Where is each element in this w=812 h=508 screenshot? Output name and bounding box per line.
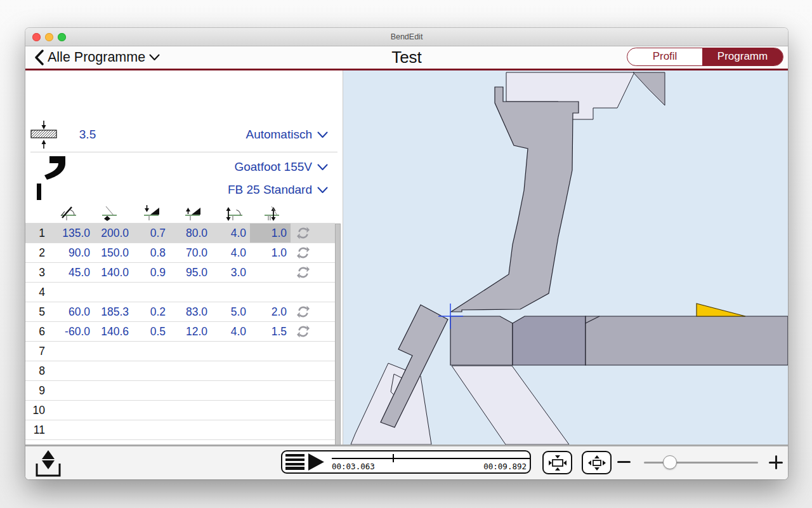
repeat-cell[interactable] [291,224,316,243]
table-cell[interactable] [250,263,291,282]
table-cell[interactable]: 0.5 [133,322,169,341]
table-row[interactable]: 290.0150.00.870.04.01.0 [25,243,335,262]
table-cell[interactable] [211,361,250,380]
zoom-out-icon[interactable] [617,461,631,463]
table-cell[interactable] [133,283,169,302]
lower-tool-dropdown[interactable]: FB 25 Standard [228,179,328,201]
table-cell[interactable]: 0.9 [133,263,169,282]
thickness-value[interactable]: 3.5 [69,124,107,145]
table-cell[interactable] [211,420,250,439]
upper-tool-dropdown[interactable]: Goatfoot 155V [234,156,328,178]
table-cell[interactable] [48,381,94,400]
repeat-cell[interactable] [291,322,316,341]
table-cell[interactable] [133,401,169,420]
table-cell[interactable]: 45.0 [48,263,94,282]
table-cell[interactable] [133,342,169,361]
table-cell[interactable] [250,420,291,439]
timeline-track[interactable] [332,458,530,459]
table-cell[interactable] [211,381,250,400]
table-cell[interactable] [48,361,94,380]
zoom-in-icon[interactable] [768,455,783,470]
table-cell[interactable] [169,401,211,420]
table-cell[interactable]: 0.8 [133,243,169,262]
table-cell[interactable]: 60.0 [48,302,94,321]
repeat-cell[interactable] [291,302,316,321]
table-cell[interactable]: 70.0 [169,243,211,262]
table-cell[interactable] [48,420,94,439]
bend-preview-canvas[interactable] [343,70,788,444]
scrollbar-thumb[interactable] [335,224,341,469]
table-cell[interactable] [250,401,291,420]
table-cell[interactable] [250,283,291,302]
fit-view-button[interactable] [542,451,572,474]
tab-programm[interactable]: Programm [702,48,783,65]
table-cell[interactable] [211,283,250,302]
table-row[interactable]: 11 [25,420,335,439]
table-cell[interactable] [48,342,94,361]
table-cell[interactable] [169,381,211,400]
thickness-mode-dropdown[interactable]: Automatisch [246,124,328,145]
table-cell[interactable]: 2.0 [250,302,291,321]
table-cell[interactable]: 4.0 [211,322,250,341]
table-cell[interactable]: 90.0 [48,243,94,262]
zoom-slider-track[interactable] [644,462,758,464]
table-cell[interactable]: 140.0 [94,263,133,282]
table-row[interactable]: 10 [25,400,335,420]
table-cell[interactable] [211,342,250,361]
table-row[interactable]: 9 [25,380,335,400]
table-cell[interactable] [94,342,133,361]
table-cell[interactable] [250,342,291,361]
table-cell[interactable] [94,283,133,302]
table-cell[interactable] [133,361,169,380]
press-stroke-icon[interactable] [33,450,61,479]
table-cell[interactable] [94,401,133,420]
table-row[interactable]: 7 [25,341,335,361]
table-row[interactable]: 345.0140.00.995.03.0 [25,262,335,282]
table-cell[interactable] [94,381,133,400]
table-cell[interactable]: 150.0 [94,243,133,262]
table-cell[interactable] [48,401,94,420]
table-cell[interactable]: 4.0 [211,224,250,243]
table-cell[interactable]: 135.0 [48,224,94,243]
timeline-marker[interactable] [393,454,394,462]
table-cell[interactable]: 1.5 [250,322,291,341]
table-cell[interactable]: 12.0 [169,322,211,341]
table-cell[interactable] [169,361,211,380]
table-cell[interactable]: 80.0 [169,224,211,243]
table-cell[interactable] [169,342,211,361]
table-cell[interactable]: 185.3 [94,302,133,321]
zoom-slider-thumb[interactable] [663,455,677,469]
table-cell[interactable] [250,361,291,380]
table-cell[interactable] [48,283,94,302]
table-cell[interactable] [133,420,169,439]
pan-view-button[interactable] [582,451,612,474]
table-row[interactable]: 6-60.0140.60.512.04.01.5 [25,321,335,341]
table-cell[interactable]: 0.2 [133,302,169,321]
table-cell[interactable]: 1.0 [250,224,291,243]
table-cell[interactable] [94,420,133,439]
table-cell[interactable]: -60.0 [48,322,94,341]
table-cell[interactable]: 200.0 [94,224,133,243]
menu-icon[interactable] [285,454,304,471]
table-cell[interactable]: 5.0 [211,302,250,321]
table-row[interactable]: 8 [25,361,335,380]
table-cell[interactable]: 0.7 [133,224,169,243]
repeat-cell[interactable] [291,263,316,282]
table-cell[interactable]: 95.0 [169,263,211,282]
table-cell[interactable] [94,361,133,380]
table-row[interactable]: 560.0185.30.283.05.02.0 [25,302,335,321]
table-cell[interactable] [250,381,291,400]
table-cell[interactable] [211,401,250,420]
table-row[interactable]: 1135.0200.00.780.04.01.0 [25,223,335,243]
tab-profil[interactable]: Profil [627,48,702,65]
table-row[interactable]: 4 [25,282,335,302]
repeat-cell[interactable] [291,243,316,262]
table-cell[interactable]: 4.0 [211,243,250,262]
table-cell[interactable]: 1.0 [250,243,291,262]
table-cell[interactable] [133,381,169,400]
table-cell[interactable]: 3.0 [211,263,250,282]
table-cell[interactable]: 140.6 [94,322,133,341]
table-scrollbar[interactable] [335,224,341,469]
table-cell[interactable]: 83.0 [169,302,211,321]
play-icon[interactable] [308,453,325,471]
